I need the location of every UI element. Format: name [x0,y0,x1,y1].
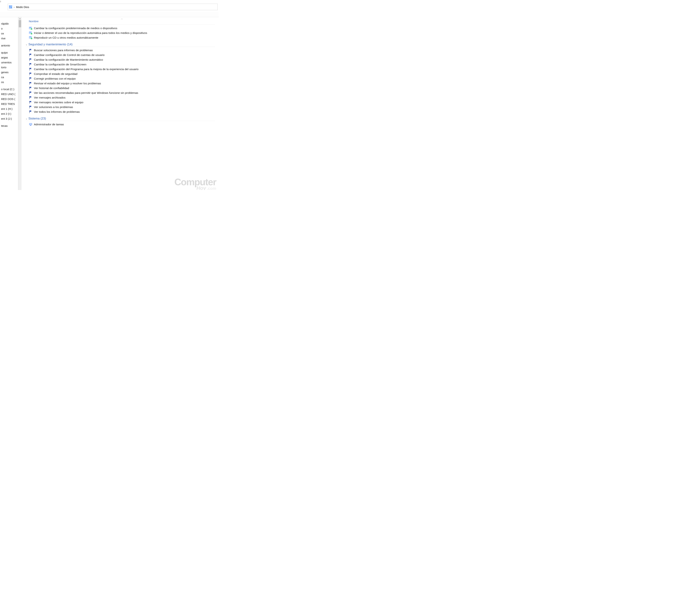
svg-rect-14 [29,123,32,125]
sidebar-item[interactable]: os [0,80,18,84]
flag-icon [29,72,33,76]
flag-icon [29,63,33,66]
flag-icon [29,100,33,104]
breadcrumb[interactable]: › Modo Dios [8,4,218,10]
sidebar-item[interactable]: torio [0,65,18,70]
list-item-label: Ver historial de confiabilidad [34,87,69,90]
list-item-label: Ver soluciones a los problemas [34,106,73,109]
watermark: Computer Hoy.com [174,178,216,190]
sidebar-item[interactable]: RED TRES [0,101,18,107]
svg-rect-2 [11,6,12,7]
content-pane: ︿ Nombre Cambiar la configuración predet… [21,17,219,190]
sidebar-scrollbar[interactable]: ▴ ▾ [18,17,21,190]
flag-icon [29,96,33,99]
sidebar-item[interactable]: argas [0,55,18,60]
group-header[interactable]: ⌄Seguridad y mantenimiento (14) [25,43,215,47]
flag-icon [29,110,33,114]
list-item[interactable]: Iniciar o detener el uso de la reproducc… [29,31,215,35]
list-item-label: Iniciar o detener el uso de la reproducc… [34,31,147,35]
svg-rect-1 [10,6,11,7]
sidebar-item[interactable]: rápido [0,21,18,26]
list-item[interactable]: Ver mensajes recientes sobre el equipo [29,100,215,105]
autoplay-icon [29,31,33,35]
sidebar-item[interactable]: o [0,26,18,31]
list-item-label: Ver mensajes archivados [34,96,66,99]
sidebar-item[interactable]: rive [0,36,18,41]
list-item-label: Corregir problemas con el equipo [34,77,76,80]
sidebar-item[interactable]: ent 2 (I:) [0,111,18,116]
list-item[interactable]: Corregir problemas con el equipo [29,76,215,81]
list-item[interactable]: Ver las acciones recomendadas para permi… [29,91,215,95]
navigation-sidebar[interactable]: rápidoooxriveantonioquipoargasumentostor… [0,17,18,190]
list-item[interactable]: Ver soluciones a los problemas [29,105,215,110]
list-item-label: Buscar soluciones para informes de probl… [34,49,93,52]
sidebar-item[interactable]: quipo [0,50,18,55]
flag-icon [29,49,33,52]
sidebar-item[interactable]: ox [0,31,18,36]
toolbar [0,12,219,17]
flag-icon [29,105,33,109]
flag-icon [29,91,33,95]
list-item[interactable]: Administrador de tareas [29,122,215,127]
list-item[interactable]: Cambiar la configuración de SmartScreen [29,62,215,67]
list-item[interactable]: Buscar soluciones para informes de probl… [29,48,215,53]
list-item-label: Cambiar configuración de Control de cuen… [34,53,105,57]
monitor-icon [29,122,33,126]
autoplay-icon [29,36,33,39]
flag-icon [29,77,33,80]
svg-rect-15 [30,125,31,126]
list-item[interactable]: Cambiar la configuración del Programa pa… [29,67,215,72]
sidebar-item[interactable]: RED UNO ( [0,92,18,97]
breadcrumb-current: Modo Dios [16,5,29,8]
list-item[interactable]: Reproducir un CD u otros medios automáti… [29,35,215,40]
list-item[interactable]: Cambiar la configuración de Mantenimient… [29,57,215,62]
list-item[interactable]: Cambiar la configuración predeterminada … [29,26,215,31]
list-item-label: Ver todos los informes de problemas [34,110,80,113]
flag-icon [29,58,33,61]
list-item[interactable]: Ver historial de confiabilidad [29,86,215,91]
watermark-brand: Hoy [197,185,206,190]
sidebar-item[interactable]: genes [0,70,18,75]
scroll-thumb[interactable] [19,20,21,27]
list-item[interactable]: Ver todos los informes de problemas [29,110,215,114]
svg-rect-4 [11,7,12,8]
list-item[interactable]: Revisar el estado del equipo y resolver … [29,81,215,86]
nav-up-button[interactable]: ↑ [0,0,1,3]
chevron-down-icon: ⌄ [25,117,27,120]
list-item[interactable]: Cambiar configuración de Control de cuen… [29,53,215,57]
autoplay-icon [29,26,33,30]
scroll-up-icon[interactable]: ▴ [18,17,21,20]
list-item[interactable]: Comprobar el estado de seguridad [29,72,215,76]
list-item-label: Cambiar la configuración predeterminada … [34,26,117,30]
breadcrumb-separator-icon: › [14,5,15,8]
list-item-label: Cambiar la configuración del Programa pa… [34,68,139,71]
collapse-group-icon[interactable]: ︿ [121,17,123,20]
sidebar-item[interactable]: tecas [0,123,18,128]
svg-rect-12 [30,37,31,37]
sidebar-item[interactable]: ent 3 (J:) [0,116,18,121]
list-item-label: Cambiar la configuración de SmartScreen [34,63,87,66]
group-header[interactable]: ⌄Sistema (23) [25,117,215,121]
group-title: Seguridad y mantenimiento (14) [29,43,73,46]
list-item-label: Ver las acciones recomendadas para permi… [34,91,138,95]
list-item-label: Comprobar el estado de seguridad [34,72,77,76]
flag-icon [29,53,33,57]
sidebar-item[interactable]: umentos [0,60,18,65]
list-item-label: Administrador de tareas [34,123,64,126]
sidebar-item[interactable]: ent 1 (H:) [0,107,18,111]
list-item[interactable]: Ver mensajes archivados [29,95,215,100]
control-panel-icon [9,5,12,8]
flag-icon [29,86,33,90]
list-item-label: Ver mensajes recientes sobre el equipo [34,101,83,104]
sidebar-item[interactable]: o local (C:) [0,87,18,92]
sidebar-item[interactable]: RED DOS ( [0,97,18,101]
column-header-name[interactable]: ︿ Nombre [29,19,215,25]
watermark-suffix: .com [207,186,216,190]
sidebar-item[interactable]: ca [0,75,18,80]
flag-icon [29,82,33,85]
sidebar-item[interactable]: antonio [0,43,18,48]
group-title: Sistema (23) [29,117,46,120]
list-item-label: Revisar el estado del equipo y resolver … [34,82,101,85]
list-item-label: Cambiar la configuración de Mantenimient… [34,58,103,61]
chevron-down-icon: ⌄ [25,43,27,46]
